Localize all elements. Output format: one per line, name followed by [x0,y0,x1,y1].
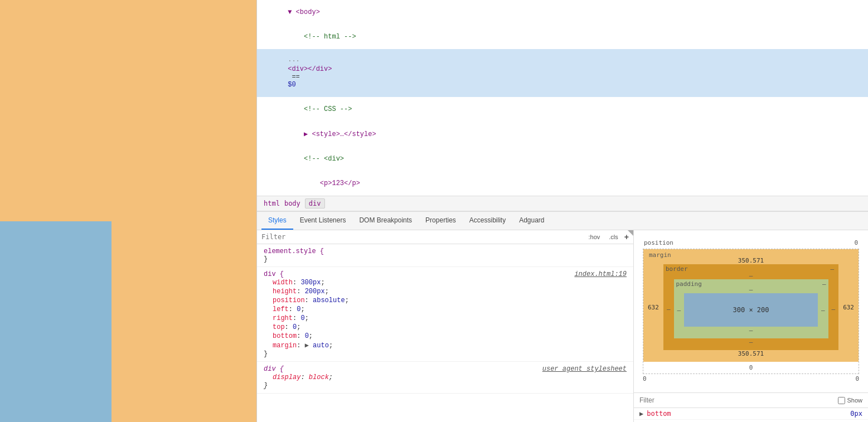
hov-button[interactable]: :hov [586,232,603,241]
dots-icon: ··· [288,57,300,65]
element-style-block: element.style { } [257,244,633,267]
box-model-container: position 0 margin 350.571 632 [634,230,868,392]
comment-html: <!-- html --> [288,33,356,41]
div-ua-selector: div { [264,365,284,373]
element-style-close: } [264,255,268,263]
computed-prop-bottom: ▶ bottom 0px [634,408,868,420]
html-line-div-selected[interactable]: ··· <div></div> == $0 [257,49,868,97]
prop-right: right: 0; [264,314,627,323]
content-size-label: 300 × 200 [733,306,769,314]
breadcrumb-body[interactable]: body [284,200,300,207]
filter-bar-wrapper: :hov .cls + [257,230,633,244]
prop-top: top: 0; [264,323,627,332]
prop-width: width: 300px; [264,278,627,287]
preview-area [0,0,256,422]
prop-display: display: block; [264,373,627,382]
margin-middle-row: 632 border – – – padding [643,264,859,350]
computed-filter-bar: Show [634,392,868,408]
tab-adguard[interactable]: Adguard [512,212,551,230]
breadcrumb-html[interactable]: html [264,200,280,207]
border-layer: border – – – padding – – [663,264,838,350]
position-row: position 0 [643,239,859,246]
tag-div: <div></div> [288,65,332,73]
border-left-side: – [663,279,674,338]
margin-layer: margin 350.571 632 border – – – [643,249,859,362]
tag-p: <p>123</p> [288,180,360,187]
outer-bottom-val: 0 [643,362,859,374]
div-selector: div { [264,270,284,278]
position-value: 0 [854,239,858,246]
tag-body: ▼ <body> [288,8,320,16]
breadcrumb: html body div [257,196,868,211]
tab-accessibility[interactable]: Accessibility [463,212,512,230]
corner-triangle-icon [628,230,633,236]
equals-sign: == [288,73,304,81]
div-style-block: div { index.html:19 width: 300px; height… [257,267,633,362]
show-inherited-checkbox[interactable] [838,397,845,404]
breadcrumb-div[interactable]: div [305,198,325,208]
margin-right-val: 632 [838,264,859,350]
element-style-selector: element.style { [264,248,324,255]
comment-css: <!-- CSS --> [288,105,352,113]
border-right-side: – [828,279,839,338]
outer-dashed-border: margin 350.571 632 border – – – [643,249,859,374]
margin-top-val: 350.571 [643,249,859,264]
computed-prop-display: ▶ display block [634,420,868,422]
border-dash: – [831,265,835,273]
padding-middle-row: – 300 × 200 – [674,293,828,327]
filter-bar: :hov .cls + [257,230,633,244]
outer-lr-row: 0 0 [643,374,859,384]
outer-left-val: 0 [643,375,647,382]
show-label: Show [847,397,862,404]
prop-height: height: 200px; [264,287,627,296]
html-line-body: ▼ <body> [257,0,868,25]
html-line-comment-div: <!-- <div> [257,147,868,171]
tabs-bar: Styles Event Listeners DOM Breakpoints P… [257,212,868,230]
prop-margin: margin: ▶ auto; [264,341,627,350]
comment-div: <!-- <div> [288,155,344,163]
padding-dash: – [822,280,826,288]
html-line-comment-css: <!-- CSS --> [257,97,868,122]
cls-button[interactable]: .cls [606,232,621,241]
tab-dom-breakpoints[interactable]: DOM Breakpoints [352,212,419,230]
padding-bottom-val: – [674,327,828,338]
padding-layer: padding – – – 300 × 200 – [674,279,828,338]
preview-blue-box [0,221,111,422]
div-ua-source: user agent stylesheet [542,365,627,373]
tag-style: ▶ <style>…</style> [288,130,376,138]
border-label: border [666,265,688,273]
padding-label: padding [676,280,702,288]
div-ua-style-block: div { user agent stylesheet display: blo… [257,362,633,394]
html-line-style: ▶ <style>…</style> [257,122,868,147]
prop-value-bottom: 0px [850,410,862,418]
html-line-comment-html: <!-- html --> [257,25,868,49]
prop-position: position: absolute; [264,296,627,305]
box-model-panel: position 0 margin 350.571 632 [634,230,868,422]
div-source-link[interactable]: index.html:19 [574,270,627,278]
margin-label: margin [646,250,675,260]
content-box: 300 × 200 [684,293,818,327]
show-inherited-label[interactable]: Show [838,397,862,404]
border-bottom-val: – [663,338,838,350]
div-style-close: } [264,350,268,358]
prop-bottom: bottom: 0; [264,332,627,341]
computed-props-list: ▶ bottom 0px ▶ display block ▶ height 20… [634,408,868,422]
margin-left-val: 632 [643,264,663,350]
expand-bottom-icon[interactable]: ▶ [639,410,643,418]
tab-properties[interactable]: Properties [419,212,463,230]
position-label: position [644,239,673,246]
tab-styles[interactable]: Styles [261,212,293,230]
filter-input[interactable] [261,233,583,241]
styles-content: element.style { } div { index.html:19 wi… [257,244,633,422]
html-tree-panel: ▼ <body> <!-- html --> ··· <div></div> =… [257,0,868,212]
border-top-val: – [663,264,838,279]
computed-filter-input[interactable] [639,396,835,404]
prop-left: left: 0; [264,305,627,314]
margin-bottom-val: 350.571 [643,350,859,362]
styles-panel: :hov .cls + element.style { } div { inde [257,230,634,422]
main-content: :hov .cls + element.style { } div { inde [257,230,868,422]
outer-right-val: 0 [855,375,859,382]
tab-event-listeners[interactable]: Event Listeners [293,212,353,230]
html-line-p: <p>123</p> [257,171,868,196]
padding-right-side: – [818,293,828,327]
